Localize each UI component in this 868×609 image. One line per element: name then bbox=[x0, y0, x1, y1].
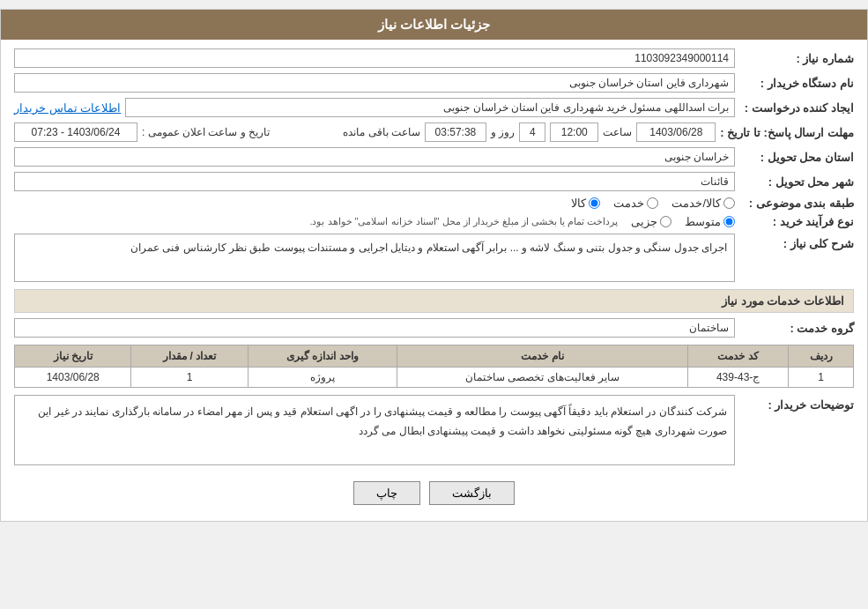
purchase-type-motavaset-label: متوسط bbox=[685, 215, 721, 228]
back-button[interactable]: بازگشت bbox=[429, 481, 515, 505]
deadline-time-label: ساعت bbox=[603, 126, 632, 138]
category-radio-khadamat[interactable] bbox=[647, 197, 658, 209]
category-radio-group: کالا/خدمت خدمت کالا bbox=[571, 197, 735, 210]
description-label: شرح کلی نیاز : bbox=[739, 234, 854, 250]
footer-buttons: بازگشت چاپ bbox=[14, 471, 854, 512]
col-header-qty: تعداد / مقدار bbox=[131, 345, 248, 368]
col-header-code: کد خدمت bbox=[688, 345, 789, 368]
deadline-days: 4 bbox=[519, 123, 545, 142]
creator-value: برات اسداللهی مسئول خرید شهرداری فاین اس… bbox=[125, 98, 735, 117]
category-radio-kala[interactable] bbox=[589, 197, 600, 209]
col-header-date: تاریخ نیاز bbox=[15, 345, 131, 368]
buyer-notes-label: توضیحات خریدار : bbox=[739, 395, 854, 412]
purchase-type-option-motavaset[interactable]: متوسط bbox=[685, 215, 735, 228]
category-option-khadamat-label: خدمت bbox=[613, 197, 644, 210]
col-header-row: ردیف bbox=[789, 345, 854, 368]
deadline-time: 12:00 bbox=[550, 123, 598, 142]
purchase-type-radio-jozii[interactable] bbox=[660, 216, 671, 227]
creator-label: ایجاد کننده درخواست : bbox=[739, 101, 854, 115]
deadline-remaining: 03:57:38 bbox=[425, 123, 486, 142]
category-radio-kala-khadamat[interactable] bbox=[723, 197, 735, 209]
deadline-days-label: روز و bbox=[491, 126, 515, 138]
service-group-value: ساختمان bbox=[14, 318, 735, 338]
creator-contact-link[interactable]: اطلاعات تماس خریدار bbox=[14, 101, 121, 115]
announce-date-value: 1403/06/24 - 07:23 bbox=[14, 123, 137, 142]
col-header-unit: واحد اندازه گیری bbox=[248, 345, 397, 368]
purchase-type-radio-motavaset[interactable] bbox=[723, 216, 735, 227]
purchase-type-radio-group: متوسط جزیی bbox=[631, 215, 735, 228]
deadline-label: مهلت ارسال پاسخ: تا تاریخ : bbox=[720, 126, 854, 139]
purchase-type-label: نوع فرآیند خرید : bbox=[739, 215, 854, 228]
category-option-kala-label: کالا bbox=[571, 197, 586, 210]
buyer-org-label: نام دستگاه خریدار : bbox=[739, 77, 854, 90]
table-row: 1ج-43-439سایر فعالیت‌های تخصصی ساختمانپر… bbox=[15, 368, 854, 388]
deadline-remaining-label: ساعت باقی مانده bbox=[343, 126, 420, 138]
services-section-title: اطلاعات خدمات مورد نیاز bbox=[14, 289, 854, 313]
category-option-kala-khadamat-label: کالا/خدمت bbox=[671, 197, 721, 210]
page-title: جزئیات اطلاعات نیاز bbox=[1, 10, 867, 40]
order-number-value: 1103092349000114 bbox=[14, 48, 735, 68]
service-group-label: گروه خدمت : bbox=[739, 322, 854, 335]
category-option-kala-khadamat[interactable]: کالا/خدمت bbox=[671, 197, 735, 210]
services-table-container: ردیف کد خدمت نام خدمت واحد اندازه گیری ت… bbox=[14, 345, 854, 388]
description-value: اجرای جدول سنگی و جدول بتنی و سنگ لاشه و… bbox=[14, 234, 735, 282]
category-option-kala[interactable]: کالا bbox=[571, 197, 600, 210]
col-header-name: نام خدمت bbox=[397, 345, 688, 368]
purchase-type-option-jozii[interactable]: جزیی bbox=[631, 215, 671, 228]
buyer-org-value: شهرداری فاین استان خراسان جنوبی bbox=[14, 73, 735, 93]
buyer-notes-value: شرکت کنندگان در استعلام باید دقیقاً آگهی… bbox=[14, 395, 735, 465]
category-option-khadamat[interactable]: خدمت bbox=[613, 197, 658, 210]
purchase-type-note: پرداخت تمام یا بخشی از مبلغ خریدار از مح… bbox=[309, 216, 618, 227]
city-label: شهر محل تحویل : bbox=[739, 175, 854, 189]
category-label: طبقه بندی موضوعی : bbox=[739, 197, 854, 210]
order-number-label: شماره نیاز : bbox=[739, 52, 854, 65]
province-label: استان محل تحویل : bbox=[739, 151, 854, 164]
print-button[interactable]: چاپ bbox=[353, 481, 420, 505]
city-value: قائنات bbox=[14, 172, 735, 191]
announce-date-label: تاریخ و ساعت اعلان عمومی : bbox=[142, 126, 270, 138]
deadline-date: 1403/06/28 bbox=[636, 123, 716, 142]
province-value: خراسان جنوبی bbox=[14, 147, 735, 167]
purchase-type-jozii-label: جزیی bbox=[631, 215, 657, 228]
services-table: ردیف کد خدمت نام خدمت واحد اندازه گیری ت… bbox=[14, 345, 854, 388]
